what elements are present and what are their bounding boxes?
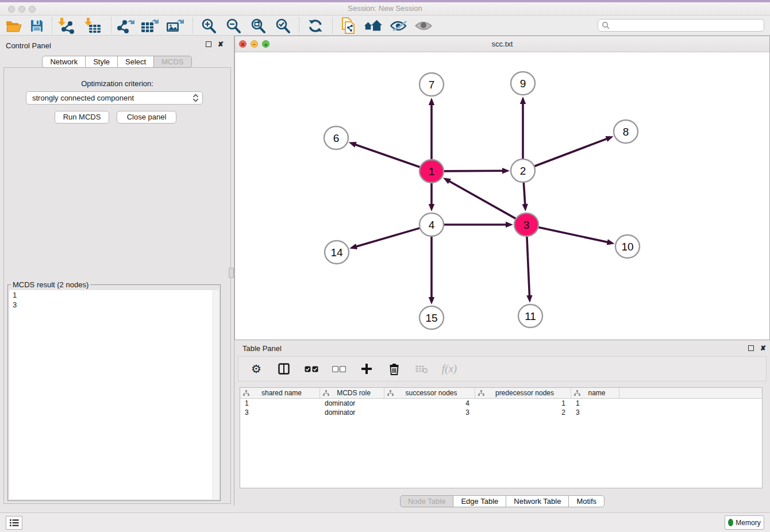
edge-3-11[interactable]	[527, 237, 530, 296]
table-row[interactable]: 3dominator323	[240, 408, 762, 417]
export-image-icon[interactable]	[166, 17, 184, 34]
graph-node-label-9: 9	[520, 78, 526, 90]
edge-3-1[interactable]	[449, 181, 516, 219]
tab-select[interactable]: Select	[117, 56, 154, 68]
close-panel-button[interactable]: Close panel	[117, 111, 176, 124]
control-panel-title: Control Panel	[6, 41, 51, 50]
cell-shared-name[interactable]: 3	[240, 408, 320, 417]
cell-MCDS-role[interactable]: dominator	[320, 399, 384, 408]
tab-network[interactable]: Network	[42, 56, 86, 68]
graph-node-label-10: 10	[621, 241, 633, 253]
column-header-MCDS-role[interactable]: MCDS role	[320, 388, 384, 398]
cell-MCDS-role[interactable]: dominator	[320, 408, 384, 417]
deselect-all-checks-icon[interactable]	[332, 361, 346, 376]
table-float-icon[interactable]	[748, 345, 754, 351]
criterion-dropdown[interactable]: strongly connected component	[26, 91, 203, 105]
zoom-fit-icon[interactable]	[249, 17, 267, 34]
table-close-icon[interactable]: ✘	[760, 345, 767, 352]
edge-4-14[interactable]	[356, 228, 420, 247]
edge-2-3[interactable]	[523, 183, 525, 205]
task-history-button[interactable]	[6, 516, 22, 530]
panel-splitter-handle[interactable]	[229, 268, 234, 278]
cell-predecessor-nodes[interactable]: 2	[475, 408, 571, 417]
delete-column-icon-disabled	[414, 361, 429, 376]
graph-node-label-8: 8	[623, 126, 629, 138]
tab-edge-table[interactable]: Edge Table	[453, 495, 506, 507]
arrowhead-3-10	[607, 239, 615, 245]
edge-2-8[interactable]	[534, 138, 608, 166]
arrowhead-3-11	[526, 295, 532, 303]
zoom-selected-icon[interactable]	[274, 17, 292, 34]
zoom-in-icon[interactable]	[199, 17, 218, 34]
tab-motifs[interactable]: Motifs	[568, 495, 605, 507]
status-bar: Memory	[0, 512, 770, 532]
graph-node-label-1: 1	[429, 165, 435, 178]
network-canvas[interactable]: 7968124314101511	[235, 52, 769, 340]
search-input[interactable]	[610, 21, 764, 29]
network-window-title: scc.txt	[235, 40, 769, 48]
arrowhead-4-14	[349, 244, 357, 249]
import-network-icon[interactable]	[57, 17, 76, 34]
tab-network-table[interactable]: Network Table	[506, 495, 569, 507]
close-panel-icon[interactable]: ✘	[217, 41, 224, 48]
mcds-result-group: MCDS result (2 nodes) 13	[7, 284, 221, 501]
graph-node-label-4: 4	[429, 219, 435, 231]
refresh-view-icon[interactable]	[306, 17, 325, 34]
float-panel-icon[interactable]	[206, 41, 211, 47]
import-table-icon[interactable]	[84, 17, 102, 34]
home-layout-icon[interactable]	[364, 17, 382, 34]
delete-row-trash-icon[interactable]	[387, 361, 402, 376]
table-row[interactable]: 1dominator411	[240, 399, 762, 408]
mcds-result-title: MCDS result (2 nodes)	[11, 280, 90, 289]
select-all-checks-icon[interactable]	[304, 361, 319, 376]
column-header-successor-nodes[interactable]: successor nodes	[384, 388, 475, 398]
memory-button[interactable]: Memory	[725, 515, 764, 530]
tab-style[interactable]: Style	[85, 56, 118, 68]
table-header-row: shared nameMCDS rolesuccessor nodesprede…	[240, 388, 762, 399]
result-scrollbar[interactable]	[213, 290, 219, 499]
run-mcds-button[interactable]: Run MCDS	[55, 111, 109, 124]
arrowhead-3-1	[443, 178, 451, 184]
arrowhead-4-3	[506, 222, 513, 228]
criterion-value: strongly connected component	[32, 94, 134, 102]
show-all-eye-icon[interactable]	[414, 17, 433, 34]
tab-mcds[interactable]: MCDS	[153, 56, 191, 68]
edge-1-6[interactable]	[355, 144, 420, 167]
cell-name[interactable]: 3	[571, 408, 619, 417]
mcds-result-line: 1	[9, 290, 219, 300]
network-graph[interactable]: 7968124314101511	[235, 52, 769, 340]
export-network-icon[interactable]	[117, 17, 135, 34]
edge-1-2[interactable]	[444, 171, 503, 171]
hide-selected-eye-icon[interactable]	[390, 17, 408, 34]
cell-name[interactable]: 1	[571, 399, 619, 408]
tab-node-table[interactable]: Node Table	[400, 495, 454, 507]
open-file-icon[interactable]	[5, 17, 23, 34]
export-table-icon[interactable]	[141, 17, 159, 34]
toolbar-separator	[111, 17, 111, 33]
column-header-name[interactable]: name	[571, 388, 619, 398]
arrowhead-2-8	[605, 136, 613, 142]
dropdown-stepper-icon	[191, 93, 199, 103]
network-window-titlebar[interactable]: ✕ − ＋ scc.txt	[235, 36, 769, 52]
memory-label: Memory	[736, 519, 760, 527]
column-header-predecessor-nodes[interactable]: predecessor nodes	[475, 388, 571, 398]
column-header-shared-name[interactable]: shared name	[240, 388, 320, 398]
add-row-plus-icon[interactable]	[359, 361, 374, 376]
cell-shared-name[interactable]: 1	[240, 399, 320, 408]
zoom-out-icon[interactable]	[224, 17, 242, 34]
clone-network-icon[interactable]	[339, 17, 357, 34]
table-panel: Table Panel ✘ ⚙ f(x) shared nameMCDS rol…	[234, 340, 770, 512]
search-box[interactable]	[598, 19, 764, 32]
arrowhead-1-6	[349, 142, 357, 148]
mcds-result-textarea[interactable]: 13	[9, 290, 219, 499]
arrowhead-1-7	[429, 98, 434, 105]
table-options-gear-icon[interactable]: ⚙	[249, 361, 264, 376]
node-table[interactable]: shared nameMCDS rolesuccessor nodesprede…	[240, 387, 763, 488]
graph-node-label-14: 14	[330, 246, 343, 259]
cell-successor-nodes[interactable]: 3	[384, 408, 475, 417]
show-column-icon[interactable]	[276, 361, 291, 376]
cell-successor-nodes[interactable]: 4	[384, 399, 475, 408]
cell-predecessor-nodes[interactable]: 1	[475, 399, 571, 408]
save-session-icon[interactable]	[28, 17, 46, 34]
edge-3-10[interactable]	[538, 227, 609, 242]
